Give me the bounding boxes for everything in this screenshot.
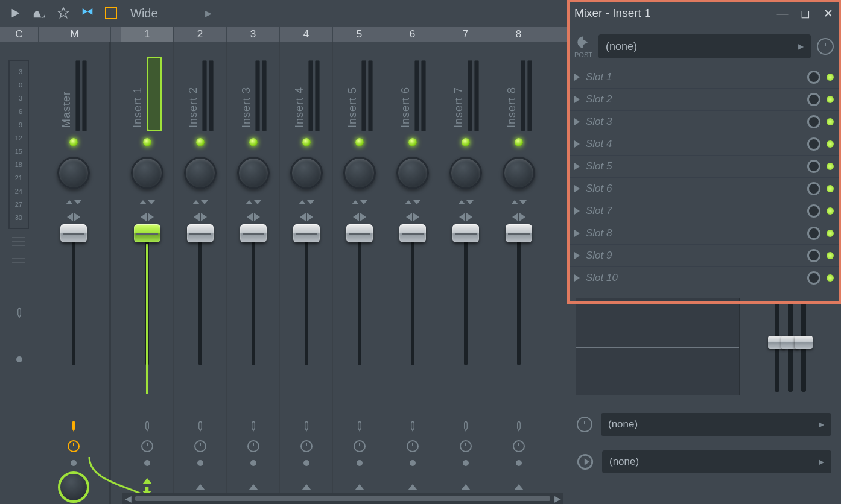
master-fader[interactable]: [72, 227, 75, 365]
input-latency-icon[interactable]: [817, 38, 834, 55]
post-icon[interactable]: POST: [574, 34, 592, 58]
time-icon[interactable]: [577, 417, 592, 432]
fx-titlebar: Mixer - Insert 1 — ◻ ✕: [567, 0, 841, 27]
master-clock-icon[interactable]: [68, 440, 80, 452]
insert-1-mute-led[interactable]: [143, 138, 151, 146]
scroll-right-icon[interactable]: ▶: [551, 493, 563, 504]
fx-panel: Mixer - Insert 1 — ◻ ✕ POST (none)▶ Slot…: [567, 0, 841, 504]
insert-2-strip[interactable]: Insert 2: [174, 42, 227, 504]
master-name: Master: [60, 91, 73, 128]
wave-icon[interactable]: [33, 7, 46, 20]
minimize-icon[interactable]: —: [777, 8, 788, 19]
eq-high-fader[interactable]: [801, 301, 806, 392]
eq-display[interactable]: [576, 298, 740, 395]
insert-3-strip[interactable]: Insert 3: [227, 42, 280, 504]
fx-slot-6[interactable]: Slot 6: [567, 178, 841, 200]
header-4[interactable]: 4: [280, 27, 333, 42]
close-icon[interactable]: ✕: [823, 8, 834, 19]
insert-1-pan-knob[interactable]: [131, 157, 163, 189]
fx-slot-8[interactable]: Slot 8: [567, 222, 841, 245]
view-mode-label[interactable]: Wide: [130, 7, 158, 20]
header-1[interactable]: 1: [121, 27, 174, 42]
fx-slot-2[interactable]: Slot 2: [567, 89, 841, 111]
scroll-thumb[interactable]: [135, 496, 550, 501]
master-pan-knob[interactable]: [57, 157, 90, 189]
master-dock-dot[interactable]: [71, 460, 77, 466]
insert-1-dock-dot[interactable]: [144, 460, 150, 466]
master-strip[interactable]: Master: [39, 42, 111, 504]
header-m[interactable]: M: [39, 27, 111, 42]
scroll-left-icon[interactable]: ◀: [122, 493, 134, 504]
maximize-icon[interactable]: ◻: [800, 8, 811, 19]
time-dropdown[interactable]: (none)▶: [601, 413, 831, 436]
insert-8-strip[interactable]: Insert 8: [492, 42, 545, 504]
fx-slot-4[interactable]: Slot 4: [567, 133, 841, 156]
dock-dot[interactable]: [16, 356, 22, 362]
view-mode-dropdown[interactable]: ▶: [205, 8, 212, 18]
header-3[interactable]: 3: [227, 27, 280, 42]
insert-4-strip[interactable]: Insert 4: [280, 42, 333, 504]
header-c[interactable]: C: [0, 27, 39, 42]
output-icon[interactable]: [577, 453, 594, 470]
slot-enable-led[interactable]: [827, 74, 834, 81]
flag-icon[interactable]: [81, 7, 94, 20]
insert-1-strip[interactable]: Insert 1: [121, 42, 174, 504]
eq-mid-fader[interactable]: [788, 301, 793, 392]
view-mode-icon[interactable]: [105, 7, 117, 19]
slot-expand-icon[interactable]: [574, 74, 580, 81]
fx-slot-7[interactable]: Slot 7: [567, 200, 841, 222]
eq-low-fader[interactable]: [775, 301, 779, 392]
master-mute-led[interactable]: [69, 138, 78, 146]
master-pen-icon[interactable]: [68, 420, 79, 433]
header-8[interactable]: 8: [492, 27, 545, 42]
header-6[interactable]: 6: [386, 27, 439, 42]
insert-1-clock-icon[interactable]: [141, 440, 153, 452]
output-dropdown[interactable]: (none)▶: [602, 450, 831, 473]
insert-6-strip[interactable]: Insert 6: [386, 42, 439, 504]
insert-5-strip[interactable]: Insert 5: [333, 42, 386, 504]
fx-slots: Slot 1 Slot 2 Slot 3 Slot 4 Slot 5 Slot …: [567, 66, 841, 289]
pen-icon[interactable]: [14, 306, 25, 320]
slot-mix-knob[interactable]: [807, 71, 820, 84]
fx-slot-10[interactable]: Slot 10: [567, 267, 841, 289]
master-send-knob[interactable]: [58, 471, 89, 503]
fx-slot-9[interactable]: Slot 9: [567, 245, 841, 267]
play-icon[interactable]: [8, 7, 22, 20]
insert-1-name: Insert 1: [132, 87, 144, 128]
insert-1-pen-icon[interactable]: [142, 420, 153, 433]
insert-1-fader[interactable]: [145, 227, 149, 365]
mixer-scrollbar[interactable]: ◀ ▶: [122, 493, 563, 504]
header-7[interactable]: 7: [439, 27, 492, 42]
fx-slot-1[interactable]: Slot 1: [567, 66, 841, 89]
input-dropdown[interactable]: (none)▶: [598, 34, 811, 58]
header-2[interactable]: 2: [174, 27, 227, 42]
pin-icon[interactable]: [57, 7, 70, 20]
fx-slot-5[interactable]: Slot 5: [567, 156, 841, 178]
db-scale: 3 0 3 6 9 12 15 18 21 24 27 30: [0, 42, 39, 504]
fx-title-text: Mixer - Insert 1: [574, 7, 651, 20]
insert-1-route-up[interactable]: [142, 478, 152, 484]
header-5[interactable]: 5: [333, 27, 386, 42]
fx-slot-3[interactable]: Slot 3: [567, 111, 841, 133]
eq-section: [567, 289, 841, 404]
insert-1-meter: [147, 57, 162, 131]
insert-7-strip[interactable]: Insert 7: [439, 42, 492, 504]
